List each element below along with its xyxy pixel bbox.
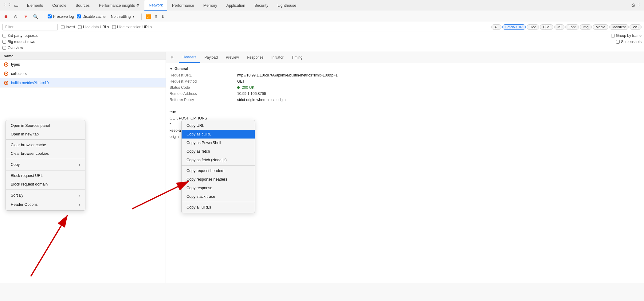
group-by-frame-label[interactable]: Group by frame [611,33,642,38]
main-area: Name types collectors builtin-metrics?li… [0,52,644,283]
menu-copy-fetch[interactable]: Copy as fetch [182,147,255,156]
menu-clear-cookies[interactable]: Clear browser cookies [6,149,85,158]
status-dot [237,86,240,89]
type-font[interactable]: Font [565,24,579,30]
type-img[interactable]: Img [580,24,592,30]
divider [43,14,43,20]
menu-copy-response[interactable]: Copy response [182,184,255,192]
menu-block-url[interactable]: Block request URL [6,171,85,180]
tab-sources[interactable]: Sources [71,0,94,11]
menu-clear-cache[interactable]: Clear browser cache [6,141,85,149]
hide-data-urls-label[interactable]: Hide data URLs [78,25,109,29]
record-button[interactable]: ⏺ [2,13,9,20]
type-ws[interactable]: WS [630,24,642,30]
upload-icon[interactable]: ⬆ [154,14,158,19]
tab-security[interactable]: Security [250,0,273,11]
tab-initiator[interactable]: Initiator [268,52,287,63]
menu-copy-resp-headers[interactable]: Copy response headers [182,175,255,184]
type-all[interactable]: All [491,24,501,30]
tab-lighthouse[interactable]: Lighthouse [273,0,300,11]
tab-preview[interactable]: Preview [222,52,243,63]
menu-copy-stack-trace[interactable]: Copy stack trace [182,192,255,201]
menu-copy-req-headers[interactable]: Copy request headers [182,166,255,175]
big-rows-checkbox[interactable] [2,40,6,44]
request-icon-collectors [4,71,9,76]
third-party-label[interactable]: 3rd-party requests [2,33,82,38]
third-party-checkbox[interactable] [2,34,6,37]
download-icon[interactable]: ⬇ [161,14,165,19]
tab-headers[interactable]: Headers [179,52,200,63]
tab-console[interactable]: Console [48,0,71,11]
column-header: Name [0,52,166,60]
preserve-log-label[interactable]: Preserve log [48,14,74,19]
type-media[interactable]: Media [593,24,608,30]
type-js[interactable]: JS [554,24,564,30]
separator3 [6,170,85,170]
invert-checkbox[interactable] [61,25,65,29]
menu-open-sources[interactable]: Open in Sources panel [6,121,85,130]
menu-header-options[interactable]: Header Options [6,200,85,209]
big-rows-label[interactable]: Big request rows [2,40,82,44]
device-icon[interactable]: ▭ [14,3,18,8]
inspect-icon[interactable]: ⋮⋮ [2,2,12,8]
request-row-types[interactable]: types [0,60,166,69]
type-css[interactable]: CSS [540,24,553,30]
preserve-log-checkbox[interactable] [48,14,52,18]
screenshots-label[interactable]: Screenshots [616,40,642,44]
type-doc[interactable]: Doc [527,24,539,30]
cancel-button[interactable]: ⊘ [12,13,19,20]
menu-copy[interactable]: Copy [6,160,85,169]
extra-val1: true [170,109,640,115]
method-row: Request Method GET [170,78,640,84]
separator1 [6,139,85,140]
menu-copy-curl[interactable]: Copy as cURL [182,130,255,139]
screenshots-checkbox[interactable] [616,40,620,44]
clear-button[interactable]: 🔻 [22,13,29,20]
tab-elements[interactable]: Elements [23,0,47,11]
disable-cache-label[interactable]: Disable cache [77,14,105,19]
panel-close-button[interactable]: ✕ [168,54,176,61]
wifi-icon[interactable]: 📶 [146,14,151,19]
settings-icon[interactable]: ⚙ [631,2,635,8]
overview-label[interactable]: Overview [2,46,82,50]
context-menu-left: Open in Sources panel Open in new tab Cl… [6,120,85,211]
invert-label[interactable]: Invert [61,25,75,29]
tab-memory[interactable]: Memory [199,0,222,11]
menu-open-tab[interactable]: Open in new tab [6,130,85,139]
referrer-row: Referrer Policy strict-origin-when-cross… [170,97,640,103]
general-section[interactable]: General [170,65,640,72]
menu-copy-all-urls[interactable]: Copy all URLs [182,203,255,212]
menu-copy-fetch-node[interactable]: Copy as fetch (Node.js) [182,156,255,164]
type-fetch-xhr[interactable]: Fetch/XHR [502,24,526,30]
tab-timing[interactable]: Timing [288,52,306,63]
remote-row: Remote Address 10.99.1.106:8766 [170,91,640,97]
tab-performance-insights[interactable]: Performance insights ⚗ [95,0,144,11]
menu-copy-url[interactable]: Copy URL [182,121,255,130]
request-row-builtin[interactable]: builtin-metrics?limit=10 [0,78,166,88]
filter-input[interactable] [2,24,58,30]
menu-sort-by[interactable]: Sort By [6,191,85,200]
separator4 [6,190,85,190]
disable-cache-checkbox[interactable] [77,14,81,18]
request-row-collectors[interactable]: collectors [0,69,166,78]
menu-block-domain[interactable]: Block request domain [6,180,85,189]
tab-application[interactable]: Application [222,0,249,11]
hide-extension-urls-checkbox[interactable] [112,25,116,29]
overview-checkbox[interactable] [2,46,6,50]
type-manifest[interactable]: Manifest [609,24,629,30]
throttle-select[interactable]: No throttling ▼ [109,14,137,20]
tab-network[interactable]: Network [144,0,167,11]
submenu-sep2 [182,202,255,202]
tab-performance[interactable]: Performance [168,0,198,11]
hide-data-urls-checkbox[interactable] [78,25,82,29]
separator2 [6,159,85,159]
search-button[interactable]: 🔍 [32,13,39,20]
tab-payload[interactable]: Payload [201,52,221,63]
more-icon[interactable]: ⋮ [637,2,642,8]
menu-copy-powershell[interactable]: Copy as PowerShell [182,139,255,147]
tab-response[interactable]: Response [243,52,267,63]
group-by-frame-checkbox[interactable] [611,34,615,37]
hide-extension-urls-label[interactable]: Hide extension URLs [112,25,152,29]
url-row: Request URL http://10.99.1.106:8766/api/… [170,72,640,78]
chevron-down-icon: ▼ [132,15,135,18]
